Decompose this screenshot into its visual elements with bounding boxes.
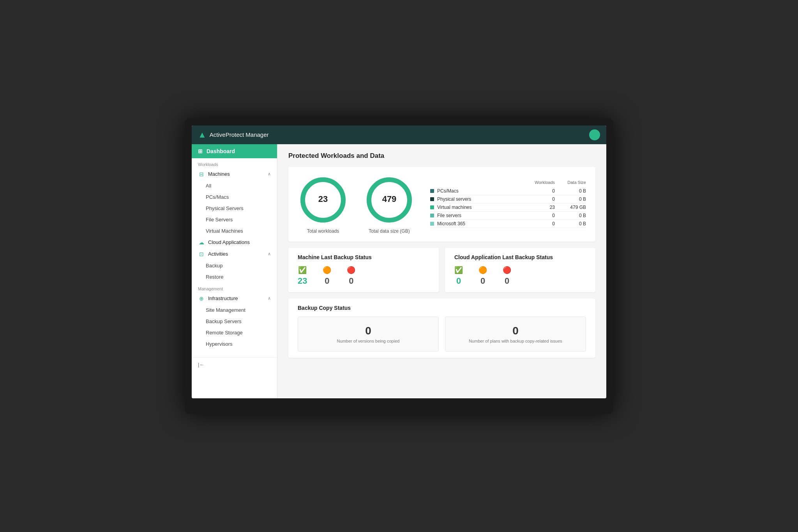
screen: ▲ ActiveProtect Manager ⊞ Dashboard Work… <box>192 125 606 398</box>
legend-row-datasize: 0 B <box>555 188 586 194</box>
sidebar: ⊞ Dashboard Workloads ⊟ Machines ∧ All P… <box>192 144 277 398</box>
sidebar-item-remote-storage[interactable]: Remote Storage <box>192 327 277 338</box>
sidebar-item-site-management[interactable]: Site Management <box>192 304 277 316</box>
legend-color-swatch <box>430 197 434 201</box>
legend-row-datasize: 479 GB <box>555 205 586 210</box>
sidebar-item-backup[interactable]: Backup <box>192 260 277 271</box>
total-workloads-label: Total workloads <box>307 228 339 234</box>
sidebar-collapse-button[interactable]: |← <box>192 357 277 371</box>
cloud-success-icon: ✅ <box>454 266 463 274</box>
sidebar-item-cloud-applications[interactable]: ☁ Cloud Applications <box>192 237 277 248</box>
versions-value: 0 <box>365 325 371 337</box>
total-data-label: Total data size (GB) <box>369 228 410 234</box>
cloud-metric-error: 🔴 0 <box>503 266 511 286</box>
machine-warning-value: 0 <box>325 276 329 286</box>
issues-value: 0 <box>512 325 519 337</box>
sidebar-item-activities[interactable]: ⊡ Activities ∧ <box>192 248 277 260</box>
data-donut-value: 479 <box>382 194 397 204</box>
backup-copy-card: Backup Copy Status 0 Number of versions … <box>288 299 595 358</box>
activities-icon: ⊡ <box>198 251 205 257</box>
physical-servers-label: Physical Servers <box>206 205 244 211</box>
cloud-applications-label: Cloud Applications <box>208 239 250 245</box>
activities-chevron: ∧ <box>268 251 271 256</box>
legend-color-swatch <box>430 222 434 226</box>
versions-label: Number of versions being copied <box>337 339 400 343</box>
sidebar-section-workloads: Workloads <box>192 158 277 168</box>
sidebar-item-all[interactable]: All <box>192 180 277 191</box>
backup-copy-panels: 0 Number of versions being copied 0 Numb… <box>298 316 586 352</box>
cloud-success-value: 0 <box>456 276 461 286</box>
main-layout: ⊞ Dashboard Workloads ⊟ Machines ∧ All P… <box>192 144 606 398</box>
status-row: Machine Last Backup Status ✅ 23 🟠 0 <box>288 248 595 292</box>
sidebar-item-hypervisors[interactable]: Hypervisors <box>192 338 277 350</box>
machine-error-value: 0 <box>349 276 353 286</box>
sidebar-item-virtual-machines[interactable]: Virtual Machines <box>192 225 277 237</box>
legend-row: File servers 0 0 B <box>430 212 586 220</box>
sidebar-item-file-servers[interactable]: File Servers <box>192 214 277 225</box>
machines-chevron: ∧ <box>268 171 271 177</box>
legend-row: Physical servers 0 0 B <box>430 195 586 203</box>
legend-row-name: File servers <box>437 213 524 218</box>
file-servers-label: File Servers <box>206 217 233 223</box>
legend-row: Virtual machines 23 479 GB <box>430 203 586 212</box>
collapse-icon: |← <box>198 362 204 368</box>
workloads-donut-svg: 23 <box>298 175 348 225</box>
workloads-donut-value: 23 <box>318 194 328 204</box>
logo-icon: ▲ <box>198 130 207 140</box>
legend-color-swatch <box>430 214 434 217</box>
machine-metric-error: 🔴 0 <box>347 266 355 286</box>
site-management-label: Site Management <box>206 307 245 313</box>
sidebar-item-pcs-macs[interactable]: PCs/Macs <box>192 191 277 203</box>
cloud-warning-value: 0 <box>480 276 485 286</box>
legend-col-datasize: Data Size <box>555 180 586 185</box>
cloud-icon: ☁ <box>198 239 205 246</box>
app-title: ActiveProtect Manager <box>210 131 269 138</box>
legend-row: PCs/Macs 0 0 B <box>430 187 586 195</box>
total-workloads-donut: 23 Total workloads <box>298 175 348 234</box>
sidebar-item-dashboard[interactable]: ⊞ Dashboard <box>192 144 277 158</box>
cloud-status-metrics: ✅ 0 🟠 0 🔴 0 <box>454 266 586 286</box>
success-icon: ✅ <box>298 266 307 274</box>
legend-row-datasize: 0 B <box>555 221 586 226</box>
legend-row-name: Physical servers <box>437 196 524 202</box>
workloads-card: 23 Total workloads 479 Total data siz <box>288 167 595 242</box>
legend-col-workloads: Workloads <box>524 180 555 185</box>
protected-workloads-title: Protected Workloads and Data <box>288 152 595 160</box>
data-donut-svg: 479 <box>364 175 415 225</box>
sidebar-item-infrastructure[interactable]: ⊕ Infrastructure ∧ <box>192 293 277 304</box>
virtual-machines-label: Virtual Machines <box>206 228 243 234</box>
backup-panel-versions: 0 Number of versions being copied <box>298 316 439 352</box>
legend-row-workloads: 23 <box>524 205 555 210</box>
cloud-error-value: 0 <box>505 276 509 286</box>
sidebar-section-management: Management <box>192 283 277 293</box>
warning-icon: 🟠 <box>323 266 331 274</box>
legend-row-name: Microsoft 365 <box>437 221 524 226</box>
machine-status-metrics: ✅ 23 🟠 0 🔴 0 <box>298 266 429 286</box>
legend-rows: PCs/Macs 0 0 B Physical servers 0 0 B Vi… <box>430 187 586 228</box>
machine-metric-success: ✅ 23 <box>298 266 307 286</box>
machine-metric-warning: 🟠 0 <box>323 266 331 286</box>
dashboard-label: Dashboard <box>207 148 235 154</box>
legend-row-name: PCs/Macs <box>437 188 524 194</box>
infrastructure-label: Infrastructure <box>208 295 238 301</box>
restore-label: Restore <box>206 274 224 280</box>
activities-label: Activities <box>208 251 228 257</box>
machine-success-value: 23 <box>298 276 307 286</box>
sidebar-item-restore[interactable]: Restore <box>192 271 277 283</box>
content-area: Protected Workloads and Data 23 Total wo… <box>277 144 606 398</box>
infrastructure-icon: ⊕ <box>198 295 205 302</box>
legend-header: Workloads Data Size <box>430 180 586 185</box>
infrastructure-chevron: ∧ <box>268 296 271 301</box>
backup-servers-label: Backup Servers <box>206 318 242 324</box>
total-data-donut: 479 Total data size (GB) <box>364 175 415 234</box>
user-avatar[interactable] <box>589 129 600 140</box>
cloud-metric-warning: 🟠 0 <box>478 266 487 286</box>
sidebar-item-backup-servers[interactable]: Backup Servers <box>192 316 277 327</box>
backup-label: Backup <box>206 263 222 269</box>
legend-row-datasize: 0 B <box>555 213 586 218</box>
sidebar-item-machines[interactable]: ⊟ Machines ∧ <box>192 168 277 180</box>
sidebar-item-physical-servers[interactable]: Physical Servers <box>192 203 277 214</box>
issues-label: Number of plans with backup copy-related… <box>469 339 562 343</box>
dashboard-icon: ⊞ <box>198 148 203 154</box>
legend-row-workloads: 0 <box>524 188 555 194</box>
